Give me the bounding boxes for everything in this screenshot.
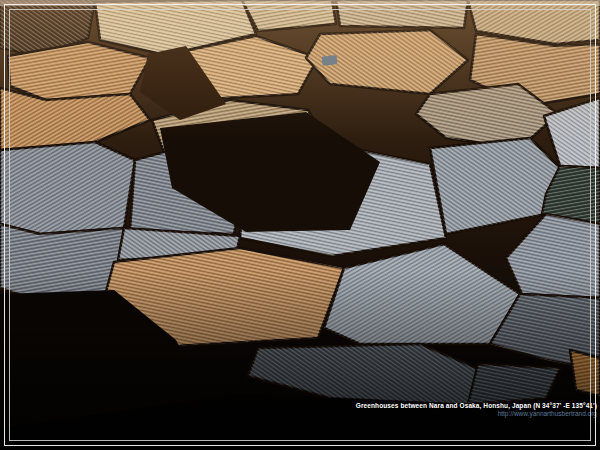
warm-light-overlay — [0, 0, 600, 140]
bottom-shadow-overlay — [0, 270, 600, 450]
aerial-photo-illustration — [0, 0, 600, 450]
desktop-wallpaper: Greenhouses between Nara and Osaka, Hons… — [0, 0, 600, 450]
greenhouse-patch — [0, 142, 135, 234]
